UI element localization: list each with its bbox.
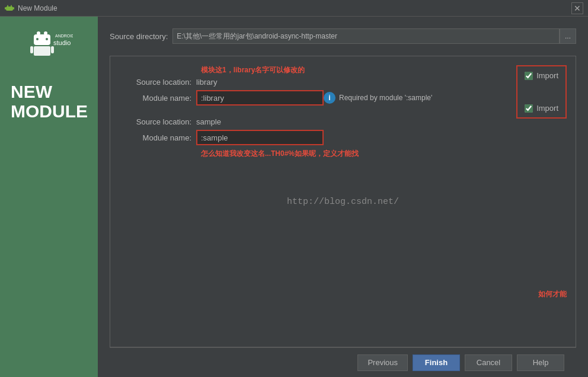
module-name-label-2: Module name: bbox=[119, 133, 196, 142]
import-row-2: Import bbox=[525, 104, 558, 113]
module-2-source-location-row: Source location: sample bbox=[119, 117, 567, 126]
module-1-section: 模块这1，library名字可以修改的 Source location: lib… bbox=[119, 65, 567, 106]
import-panel: Import Import bbox=[516, 65, 567, 119]
source-location-value-1: library bbox=[196, 78, 217, 87]
close-button[interactable]: ✕ bbox=[571, 2, 583, 14]
cancel-button[interactable]: Cancel bbox=[465, 354, 512, 371]
module-2-name-row: Module name: bbox=[119, 130, 567, 145]
source-location-label-1: Source location: bbox=[119, 78, 196, 87]
svg-rect-2 bbox=[6, 7, 13, 11]
import-checkbox-2[interactable] bbox=[525, 104, 533, 113]
svg-rect-4 bbox=[13, 7, 14, 9]
warning-text-1: Required by module ':sample' bbox=[339, 94, 432, 102]
browse-button[interactable]: ... bbox=[560, 28, 576, 44]
android-icon bbox=[5, 4, 14, 13]
annotation-sample: 怎么知道我改变这名...TH0#%如果呢，定义才能找 bbox=[201, 149, 567, 159]
content-area: Source directory: ... http://blog.csdn.n… bbox=[98, 17, 588, 377]
module-name-input-1[interactable] bbox=[196, 90, 324, 106]
svg-rect-11 bbox=[30, 46, 33, 53]
bottom-toolbar: Previous Finish Cancel Help bbox=[110, 347, 576, 377]
source-location-value-2: sample bbox=[196, 117, 221, 126]
finish-button[interactable]: Finish bbox=[413, 354, 460, 371]
module-name-label-1: Module name: bbox=[119, 94, 196, 103]
source-dir-label: Source directory: bbox=[110, 32, 168, 41]
module-1-name-row: Module name: i Required by module ':samp… bbox=[119, 90, 567, 106]
svg-point-8 bbox=[36, 38, 39, 40]
android-logo: ANDROID studio bbox=[25, 28, 73, 64]
warning-icon-1: i bbox=[324, 92, 335, 104]
svg-text:studio: studio bbox=[53, 39, 71, 46]
module-2-section: Source location: sample Module name: 怎么知… bbox=[119, 117, 567, 159]
svg-text:ANDROID: ANDROID bbox=[55, 34, 73, 38]
annotation-library: 模块这1，library名字可以修改的 bbox=[201, 65, 567, 75]
import-label-2: Import bbox=[536, 104, 558, 113]
source-dir-input[interactable] bbox=[172, 28, 560, 44]
watermark: http://blog.csdn.net/ bbox=[287, 197, 399, 207]
modules-container: http://blog.csdn.net/ 模块这1，library名字可以修改… bbox=[110, 56, 576, 347]
new-module-heading: NEW MODULE bbox=[0, 82, 98, 121]
module-name-input-2[interactable] bbox=[196, 130, 324, 145]
svg-rect-10 bbox=[34, 46, 50, 56]
svg-rect-7 bbox=[34, 34, 50, 45]
help-button[interactable]: Help bbox=[517, 354, 564, 371]
svg-rect-3 bbox=[5, 7, 6, 9]
import-checkbox-1[interactable] bbox=[525, 72, 533, 80]
source-dir-row: Source directory: ... bbox=[110, 28, 576, 44]
title-bar: New Module ✕ bbox=[0, 0, 588, 17]
main-layout: ANDROID studio NEW MODULE Source directo… bbox=[0, 17, 588, 377]
title-bar-text: New Module bbox=[18, 4, 57, 12]
sidebar: ANDROID studio NEW MODULE bbox=[0, 17, 98, 377]
previous-button[interactable]: Previous bbox=[357, 354, 408, 371]
import-row-1: Import bbox=[525, 71, 558, 80]
source-location-label-2: Source location: bbox=[119, 117, 196, 126]
import-label-1: Import bbox=[536, 71, 558, 80]
svg-point-9 bbox=[46, 38, 48, 40]
module-1-source-location-row: Source location: library bbox=[119, 78, 567, 87]
svg-rect-12 bbox=[51, 46, 54, 53]
right-annotation: 如何才能 bbox=[538, 289, 567, 299]
